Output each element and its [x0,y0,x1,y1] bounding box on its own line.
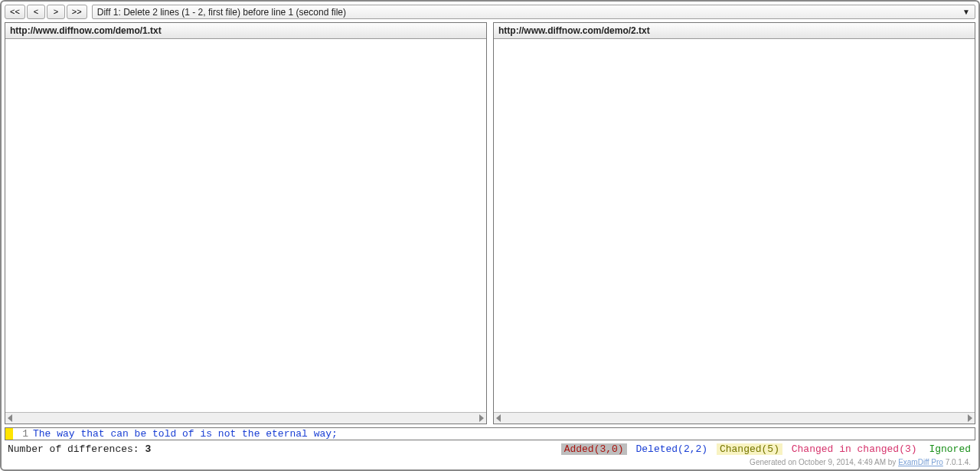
nav-last-button[interactable]: >> [67,5,87,19]
diff-selector-label: Diff 1: Delete 2 lines (1 - 2, first fil… [97,7,346,18]
current-line-strip: 1 The way that can be told of is not the… [5,427,975,440]
right-code-area[interactable] [494,39,975,412]
nav-first-button[interactable]: << [5,5,25,19]
toolbar: << < > >> Diff 1: Delete 2 lines (1 - 2,… [5,5,975,19]
legend-deleted: Deleted(2,2) [632,443,710,455]
chevron-down-icon: ▼ [962,8,970,16]
left-horizontal-scrollbar[interactable] [5,412,486,424]
legend-cic: Changed in changed(3) [789,443,920,455]
diff-panes: http://www.diffnow.com/demo/1.txt http:/… [5,22,975,424]
legend-added: Added(3,0) [561,443,627,455]
current-line-number: 1 [13,428,31,440]
legend: Added(3,0) Deleted(2,2) Changed(5) Chang… [561,443,974,455]
diff-count-value: 3 [145,443,151,455]
diff-selector-dropdown[interactable]: Diff 1: Delete 2 lines (1 - 2, first fil… [92,5,975,19]
left-code-area[interactable] [5,39,486,412]
nav-next-button[interactable]: > [47,5,65,19]
left-pane: http://www.diffnow.com/demo/1.txt [5,22,487,424]
nav-prev-button[interactable]: < [27,5,45,19]
current-line-marker [5,428,13,440]
footer: Generated on October 9, 2014, 4:49 AM by… [5,456,975,466]
diff-app: << < > >> Diff 1: Delete 2 lines (1 - 2,… [0,0,980,471]
right-pane: http://www.diffnow.com/demo/2.txt [493,22,975,424]
footer-product-link[interactable]: ExamDiff Pro [898,458,943,466]
status-row: Number of differences: 3 Added(3,0) Dele… [5,440,975,456]
legend-changed: Changed(5) [717,443,782,455]
current-line-text: The way that can be told of is not the e… [31,428,975,440]
footer-prefix: Generated on October 9, 2014, 4:49 AM by [750,458,898,466]
right-pane-title: http://www.diffnow.com/demo/2.txt [494,23,975,39]
diff-count-label: Number of differences: [8,443,139,455]
footer-version: 7.0.1.4. [943,458,971,466]
left-pane-title: http://www.diffnow.com/demo/1.txt [5,23,486,39]
legend-ignored: Ignored [926,443,974,455]
right-horizontal-scrollbar[interactable] [494,412,975,424]
